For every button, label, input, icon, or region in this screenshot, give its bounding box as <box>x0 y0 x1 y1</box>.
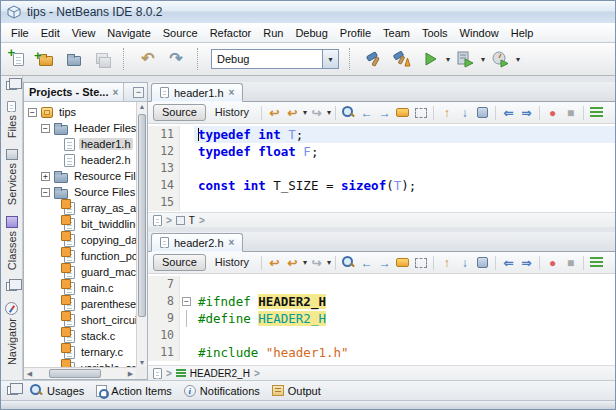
vertical-scrollbar[interactable]: ▲ ▼ <box>136 102 147 367</box>
undo-button[interactable]: ↶ <box>135 46 161 72</box>
history-view-button[interactable]: History <box>207 105 257 120</box>
tree-row-project[interactable]: − tips <box>24 104 136 120</box>
scroll-right-icon[interactable]: ▶ <box>125 370 136 378</box>
toggle-highlight-icon[interactable] <box>394 255 411 271</box>
tree-row-file[interactable]: stack.c <box>24 328 136 344</box>
scrollbar-thumb[interactable] <box>49 369 101 378</box>
output-button[interactable]: Output <box>272 385 321 397</box>
stop-macro-icon[interactable]: ■ <box>562 105 579 121</box>
debug-dropdown-arrow[interactable]: ▾ <box>481 55 485 64</box>
menu-help[interactable]: Help <box>505 25 540 41</box>
tree-row-file[interactable]: copying_da <box>24 232 136 248</box>
last-edit-icon[interactable]: ↩ <box>266 105 283 121</box>
horizontal-scrollbar[interactable]: ◀ ▶ <box>24 367 136 379</box>
tree-row-file[interactable]: guard_macr <box>24 264 136 280</box>
stop-macro-icon[interactable]: ■ <box>562 255 579 271</box>
scroll-left-icon[interactable]: ◀ <box>24 370 35 378</box>
source-view-button[interactable]: Source <box>153 104 206 121</box>
shift-line-left-icon[interactable]: ⇐ <box>500 105 517 121</box>
tree-row-folder[interactable]: − Header Files <box>24 120 136 136</box>
tree-row-file[interactable]: array_as_a <box>24 200 136 216</box>
sidebar-tab-classes[interactable]: Classes <box>6 216 18 270</box>
project-tree[interactable]: − tips − Header Files header1.h header2.… <box>24 102 136 367</box>
record-macro-icon[interactable]: ● <box>544 255 561 271</box>
toggle-bookmark-icon[interactable] <box>474 105 491 121</box>
find-next-icon[interactable]: → <box>376 255 393 271</box>
code-editor-header1[interactable]: 11 typedef int T; 12 typedef float F; 13 <box>148 124 615 212</box>
menu-file[interactable]: File <box>5 25 35 41</box>
comment-icon[interactable] <box>588 255 605 271</box>
window-group-icon[interactable] <box>6 282 17 291</box>
fold-collapse-icon[interactable]: − <box>182 297 191 306</box>
find-selection-icon[interactable] <box>340 255 357 271</box>
next-bookmark-icon[interactable]: ↓ <box>456 255 473 271</box>
tab-header2[interactable]: header2.h × <box>151 233 243 252</box>
scroll-up-icon[interactable]: ▲ <box>137 103 147 110</box>
comment-icon[interactable] <box>588 105 605 121</box>
action-items-button[interactable]: Action Items <box>96 385 172 397</box>
scrollbar-thumb[interactable] <box>138 114 146 317</box>
find-next-icon[interactable]: → <box>376 105 393 121</box>
code-editor-header2[interactable]: 7 8 − #ifndef HEADER2_H 9 #define HEADER… <box>148 274 615 365</box>
tree-row-file[interactable]: variable_arg <box>24 360 136 367</box>
redo-button[interactable]: ↷ <box>163 46 189 72</box>
find-previous-icon[interactable]: ← <box>358 105 375 121</box>
menu-refactor[interactable]: Refactor <box>204 25 258 41</box>
find-selection-icon[interactable] <box>340 105 357 121</box>
jump-back-icon[interactable]: ↩ <box>284 105 301 121</box>
chevron-down-icon[interactable]: ▾ <box>327 108 331 117</box>
close-icon[interactable]: × <box>112 87 118 98</box>
rectangular-selection-icon[interactable] <box>412 255 429 271</box>
tab-header1[interactable]: header1.h × <box>151 83 243 102</box>
profile-dropdown-arrow[interactable]: ▾ <box>516 55 520 64</box>
shift-line-left-icon[interactable]: ⇐ <box>500 255 517 271</box>
breadcrumb-item[interactable]: T <box>189 215 195 226</box>
rectangular-selection-icon[interactable] <box>412 105 429 121</box>
sidebar-tab-navigator[interactable]: Navigator <box>5 302 18 365</box>
tree-row-file[interactable]: short_circui <box>24 312 136 328</box>
scroll-down-icon[interactable]: ▼ <box>137 359 147 366</box>
menu-debug[interactable]: Debug <box>289 25 333 41</box>
run-dropdown-arrow[interactable]: ▾ <box>446 55 450 64</box>
collapse-toggle[interactable]: − <box>41 124 50 133</box>
toggle-highlight-icon[interactable] <box>394 105 411 121</box>
new-project-button[interactable] <box>33 46 59 72</box>
tree-row-file[interactable]: header1.h <box>24 136 136 152</box>
tree-row-file[interactable]: function_po <box>24 248 136 264</box>
build-project-button[interactable] <box>361 46 387 72</box>
notifications-button[interactable]: i Notifications <box>184 385 260 397</box>
sidebar-tab-services[interactable]: Services <box>6 149 18 205</box>
shift-line-right-icon[interactable]: ⇒ <box>518 105 535 121</box>
window-group-icon[interactable] <box>6 81 17 90</box>
breadcrumb-item[interactable]: HEADER2_H <box>190 368 250 379</box>
jump-forward-icon[interactable]: ↪ <box>308 105 325 121</box>
tree-row-file[interactable]: ternary.c <box>24 344 136 360</box>
record-macro-icon[interactable]: ● <box>544 105 561 121</box>
chevron-down-icon[interactable]: ▾ <box>303 108 307 117</box>
minimize-panel-button[interactable]: − <box>133 87 144 98</box>
menu-view[interactable]: View <box>66 25 102 41</box>
tree-row-file[interactable]: header2.h <box>24 152 136 168</box>
previous-bookmark-icon[interactable]: ↑ <box>438 255 455 271</box>
menu-navigate[interactable]: Navigate <box>101 25 156 41</box>
find-previous-icon[interactable]: ← <box>358 255 375 271</box>
history-view-button[interactable]: History <box>207 255 257 270</box>
tree-row-file[interactable]: bit_twiddling <box>24 216 136 232</box>
collapse-toggle[interactable]: − <box>28 108 37 117</box>
tree-row-file[interactable]: parentheses <box>24 296 136 312</box>
collapse-toggle[interactable]: − <box>41 188 50 197</box>
menu-window[interactable]: Window <box>454 25 505 41</box>
previous-bookmark-icon[interactable]: ↑ <box>438 105 455 121</box>
run-configuration-select[interactable]: Debug ▾ <box>211 49 339 69</box>
chevron-down-icon[interactable]: ▾ <box>303 258 307 267</box>
usages-button[interactable]: Usages <box>30 384 84 397</box>
profile-project-button[interactable] <box>487 46 513 72</box>
new-file-button[interactable] <box>5 46 31 72</box>
menu-team[interactable]: Team <box>377 25 416 41</box>
open-project-button[interactable] <box>61 46 87 72</box>
menu-tools[interactable]: Tools <box>416 25 454 41</box>
menu-source[interactable]: Source <box>157 25 204 41</box>
tree-row-folder[interactable]: − Source Files <box>24 184 136 200</box>
save-all-button[interactable] <box>89 46 115 72</box>
next-bookmark-icon[interactable]: ↓ <box>456 105 473 121</box>
